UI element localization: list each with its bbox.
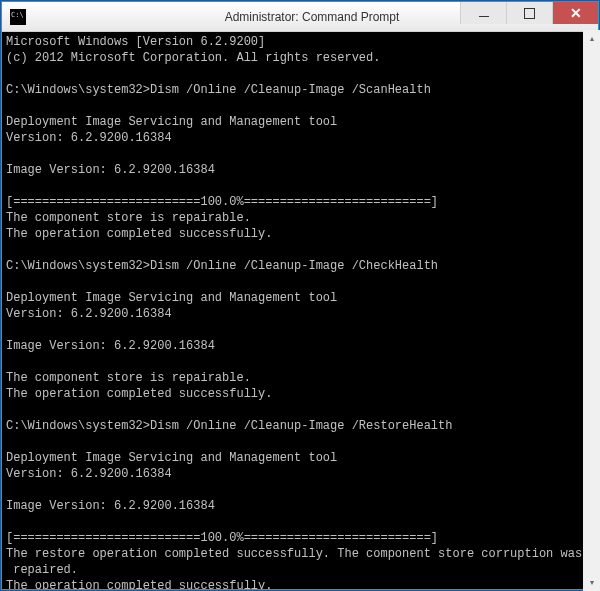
terminal-line: [6, 146, 594, 162]
terminal-line: [6, 402, 594, 418]
terminal-line: The operation completed successfully.: [6, 578, 594, 589]
terminal-line: Version: 6.2.9200.16384: [6, 130, 594, 146]
terminal-line: [6, 98, 594, 114]
terminal-line: Image Version: 6.2.9200.16384: [6, 162, 594, 178]
terminal-line: Version: 6.2.9200.16384: [6, 466, 594, 482]
scroll-track[interactable]: [583, 47, 600, 574]
terminal-line: The restore operation completed successf…: [6, 546, 594, 562]
window-controls: [460, 2, 598, 24]
terminal-line: Version: 6.2.9200.16384: [6, 306, 594, 322]
close-button[interactable]: [552, 2, 598, 24]
vertical-scrollbar[interactable]: ▴ ▾: [583, 30, 600, 591]
scroll-up-button[interactable]: ▴: [583, 30, 600, 47]
terminal-output[interactable]: Microsoft Windows [Version 6.2.9200](c) …: [2, 32, 598, 589]
terminal-line: repaired.: [6, 562, 594, 578]
terminal-line: Image Version: 6.2.9200.16384: [6, 498, 594, 514]
terminal-line: The component store is repairable.: [6, 210, 594, 226]
terminal-line: [6, 322, 594, 338]
minimize-button[interactable]: [460, 2, 506, 24]
terminal-line: [6, 274, 594, 290]
terminal-line: The operation completed successfully.: [6, 226, 594, 242]
terminal-line: [6, 482, 594, 498]
terminal-line: C:\Windows\system32>Dism /Online /Cleanu…: [6, 258, 594, 274]
terminal-line: C:\Windows\system32>Dism /Online /Cleanu…: [6, 82, 594, 98]
terminal-line: Microsoft Windows [Version 6.2.9200]: [6, 34, 594, 50]
terminal-line: [==========================100.0%=======…: [6, 530, 594, 546]
terminal-line: (c) 2012 Microsoft Corporation. All righ…: [6, 50, 594, 66]
cmd-icon: [10, 9, 26, 25]
terminal-line: [6, 66, 594, 82]
terminal-line: The component store is repairable.: [6, 370, 594, 386]
terminal-line: Deployment Image Servicing and Managemen…: [6, 450, 594, 466]
terminal-line: [6, 178, 594, 194]
terminal-line: [6, 242, 594, 258]
terminal-line: Deployment Image Servicing and Managemen…: [6, 290, 594, 306]
terminal-line: [6, 434, 594, 450]
scroll-down-button[interactable]: ▾: [583, 574, 600, 591]
terminal-line: C:\Windows\system32>Dism /Online /Cleanu…: [6, 418, 594, 434]
terminal-line: Deployment Image Servicing and Managemen…: [6, 114, 594, 130]
terminal-line: [6, 354, 594, 370]
terminal-line: Image Version: 6.2.9200.16384: [6, 338, 594, 354]
maximize-button[interactable]: [506, 2, 552, 24]
titlebar[interactable]: Administrator: Command Prompt: [2, 2, 598, 32]
terminal-line: [==========================100.0%=======…: [6, 194, 594, 210]
terminal-line: [6, 514, 594, 530]
terminal-line: The operation completed successfully.: [6, 386, 594, 402]
command-prompt-window: Administrator: Command Prompt Microsoft …: [1, 1, 599, 590]
